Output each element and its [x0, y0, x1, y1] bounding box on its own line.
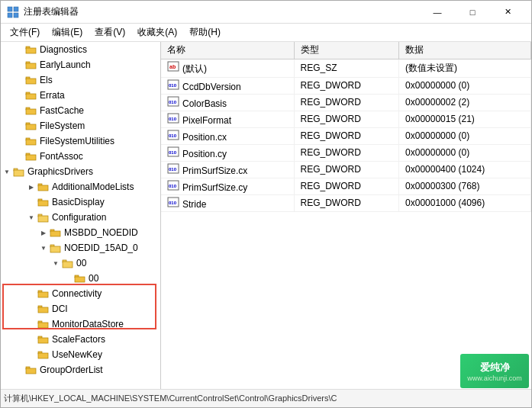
reg-type-4: REG_DWORD — [294, 127, 399, 144]
folder-icon-diagnostics — [25, 43, 37, 56]
reg-name-0: ab(默认) — [161, 59, 294, 77]
svg-rect-45 — [38, 353, 48, 358]
tree-item-diagnostics[interactable]: Diagnostics — [1, 42, 160, 57]
tree-item-msbdd_noedid[interactable]: ▶MSBDD_NOEDID — [1, 225, 160, 240]
tree-label-dci: DCI — [52, 304, 68, 314]
expand-arrow-graphicsdrivers: ▼ — [1, 165, 13, 178]
tree-label-basicdisplay: BasicDisplay — [52, 197, 105, 207]
tree-item-additionalmodelists[interactable]: ▶AdditionalModeLists — [1, 179, 160, 194]
menu-file[interactable]: 文件(F) — [4, 24, 46, 42]
svg-text:010: 010 — [169, 83, 177, 88]
svg-rect-11 — [26, 94, 36, 99]
expand-arrow-filesystem — [13, 120, 25, 132]
table-row[interactable]: 010Position.cxREG_DWORD0x00000000 (0) — [161, 127, 531, 144]
folder-icon-noedid_15ad_0 — [50, 242, 62, 254]
close-button[interactable]: ✕ — [490, 1, 525, 24]
expand-arrow-00_child — [62, 272, 74, 284]
tree-item-basicdisplay[interactable]: BasicDisplay — [1, 194, 160, 210]
svg-text:010: 010 — [169, 117, 177, 121]
tree-item-00_child[interactable]: 00 — [1, 271, 160, 286]
table-row[interactable]: 010PixelFormatREG_DWORD0x00000015 (21) — [161, 111, 531, 127]
table-row[interactable]: 010CcdDbVersionREG_DWORD0x00000000 (0) — [161, 77, 531, 94]
table-row[interactable]: 010PrimSurfSize.cyREG_DWORD0x00000300 (7… — [161, 178, 531, 194]
table-row[interactable]: 010Position.cyREG_DWORD0x00000000 (0) — [161, 144, 531, 161]
folder-icon-00_child — [74, 272, 86, 284]
tree-item-filesystemutilities[interactable]: FileSystemUtilities — [1, 133, 160, 149]
tree-item-00_parent[interactable]: ▼00 — [1, 255, 160, 271]
reg-data-0: (数值未设置) — [399, 59, 531, 77]
reg-type-7: REG_DWORD — [294, 178, 399, 194]
minimize-button[interactable]: — — [420, 1, 455, 24]
svg-rect-7 — [26, 63, 36, 69]
tree-item-configuration[interactable]: ▼Configuration — [1, 210, 160, 225]
svg-rect-1 — [14, 7, 18, 11]
table-row[interactable]: 010ColorBasisREG_DWORD0x00000002 (2) — [161, 94, 531, 111]
col-data: 数据 — [399, 42, 531, 59]
reg-type-6: REG_DWORD — [294, 161, 399, 178]
reg-data-5: 0x00000000 (0) — [399, 144, 531, 161]
menu-view[interactable]: 查看(V) — [89, 24, 131, 42]
tree-item-scalefactors[interactable]: ScaleFactors — [1, 332, 160, 347]
reg-dword-icon: 010 — [167, 163, 179, 174]
svg-rect-25 — [38, 201, 48, 206]
tree-label-00_child: 00 — [89, 273, 98, 284]
tree-label-diagnostics: Diagnostics — [40, 44, 87, 55]
svg-rect-27 — [38, 216, 48, 222]
svg-text:010: 010 — [169, 184, 177, 188]
menu-favorites[interactable]: 收藏夹(A) — [131, 24, 183, 42]
tree-item-noedid_15ad_0[interactable]: ▼NOEDID_15AD_0 — [1, 240, 160, 255]
expand-arrow-earlylaunch — [13, 59, 25, 71]
reg-data-2: 0x00000002 (2) — [399, 94, 531, 111]
menu-help[interactable]: 帮助(H) — [183, 24, 227, 42]
table-row[interactable]: 010PrimSurfSize.cxREG_DWORD0x00000400 (1… — [161, 161, 531, 178]
registry-table: 名称 类型 数据 ab(默认)REG_SZ(数值未设置)010CcdDbVers… — [161, 42, 531, 212]
tree-item-monitordatastore[interactable]: MonitorDataStore — [1, 316, 160, 332]
expand-arrow-dci — [25, 303, 37, 315]
table-row[interactable]: 010StrideREG_DWORD0x00001000 (4096) — [161, 194, 531, 211]
tree-item-usenewkey[interactable]: UseNewKey — [1, 347, 160, 362]
tree-item-errata[interactable]: Errata — [1, 88, 160, 103]
reg-dword-icon: 010 — [167, 79, 179, 90]
expand-arrow-fastcache — [13, 104, 25, 117]
expand-arrow-fontassoc — [13, 150, 25, 162]
folder-icon-msbdd_noedid — [50, 226, 62, 239]
tree-item-els[interactable]: Els — [1, 72, 160, 88]
tree-item-connectivity[interactable]: Connectivity — [1, 286, 160, 301]
right-pane[interactable]: 名称 类型 数据 ab(默认)REG_SZ(数值未设置)010CcdDbVers… — [161, 42, 531, 389]
col-type: 类型 — [294, 42, 399, 59]
folder-icon-additionalmodelists — [37, 181, 50, 193]
tree-label-grouporderlist: GroupOrderList — [40, 365, 103, 375]
reg-name-text: Stride — [182, 199, 206, 210]
tree-pane[interactable]: DiagnosticsEarlyLaunchElsErrataFastCache… — [1, 42, 161, 389]
reg-name-text: ColorBasis — [182, 98, 227, 109]
tree-label-fontassoc: FontAssoc — [40, 151, 83, 162]
tree-item-grouporderlist[interactable]: GroupOrderList — [1, 362, 160, 377]
reg-dword-icon: 010 — [167, 113, 179, 124]
tree-item-earlylaunch[interactable]: EarlyLaunch — [1, 57, 160, 72]
svg-rect-41 — [38, 323, 48, 328]
tree-item-dci[interactable]: DCI — [1, 301, 160, 316]
tree-label-filesystem: FileSystem — [40, 120, 85, 131]
tree-item-graphicsdrivers[interactable]: ▼GraphicsDrivers — [1, 164, 160, 179]
svg-rect-5 — [26, 48, 36, 53]
tree-item-fontassoc[interactable]: FontAssoc — [1, 149, 160, 164]
reg-name-2: 010ColorBasis — [161, 94, 294, 111]
folder-icon-filesystem — [25, 120, 37, 132]
reg-value-icon: ab — [167, 61, 179, 72]
reg-type-5: REG_DWORD — [294, 144, 399, 161]
reg-name-8: 010Stride — [161, 194, 294, 211]
reg-type-1: REG_DWORD — [294, 77, 399, 94]
tree-label-00_parent: 00 — [76, 258, 86, 268]
svg-rect-21 — [14, 170, 24, 176]
tree-item-fastcache[interactable]: FastCache — [1, 103, 160, 118]
tree-item-filesystem[interactable]: FileSystem — [1, 118, 160, 133]
reg-name-text: Position.cx — [182, 132, 227, 143]
reg-data-6: 0x00000400 (1024) — [399, 161, 531, 178]
table-row[interactable]: ab(默认)REG_SZ(数值未设置) — [161, 59, 531, 77]
reg-type-2: REG_DWORD — [294, 94, 399, 111]
menu-edit[interactable]: 编辑(E) — [46, 24, 89, 42]
maximize-button[interactable]: □ — [455, 1, 490, 24]
reg-type-3: REG_DWORD — [294, 111, 399, 127]
reg-name-text: PixelFormat — [182, 115, 231, 126]
reg-data-1: 0x00000000 (0) — [399, 77, 531, 94]
